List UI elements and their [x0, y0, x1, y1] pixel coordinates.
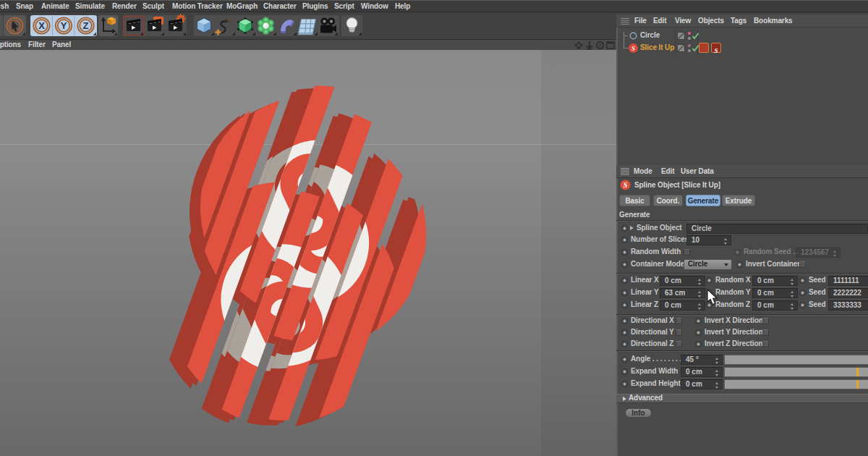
svg-text:Y: Y	[61, 20, 67, 31]
svg-text:Z: Z	[83, 20, 89, 31]
svg-text:S: S	[631, 45, 635, 52]
svg-text:X: X	[38, 20, 45, 31]
svg-text:S: S	[624, 181, 628, 189]
